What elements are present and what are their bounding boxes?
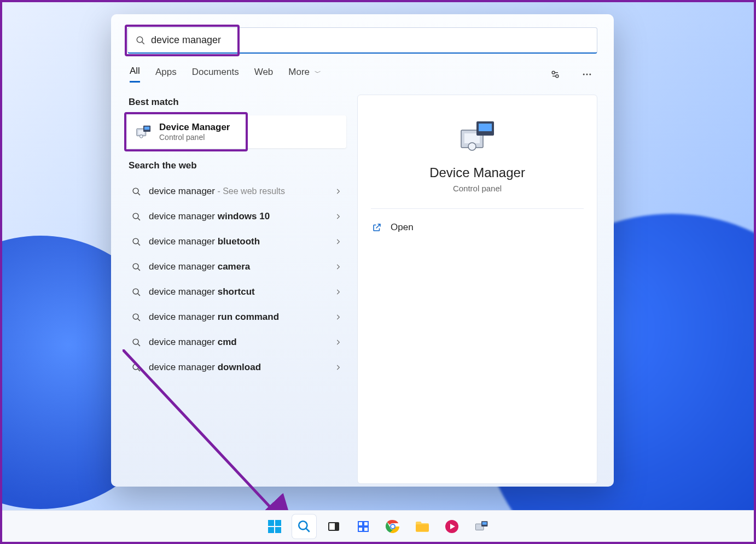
best-match-title: Device Manager — [159, 122, 230, 133]
open-action[interactable]: Open — [371, 219, 415, 236]
web-result-label: device manager windows 10 — [149, 211, 327, 222]
svg-point-18 — [133, 264, 138, 269]
svg-point-4 — [583, 73, 585, 75]
search-icon — [136, 36, 146, 45]
svg-point-20 — [133, 289, 138, 294]
open-external-icon — [372, 223, 382, 232]
chevron-right-icon — [334, 213, 342, 220]
svg-rect-45 — [358, 527, 363, 531]
svg-line-17 — [138, 243, 140, 245]
web-result-label: device manager - See web results — [149, 186, 327, 197]
tab-apps[interactable]: Apps — [155, 67, 177, 82]
search-icon — [132, 338, 141, 347]
web-result-label: device manager shortcut — [149, 286, 327, 297]
search-icon — [132, 237, 141, 247]
start-search-window: All Apps Documents Web More ﹀ Best match — [111, 14, 614, 487]
svg-line-15 — [138, 218, 140, 220]
svg-line-25 — [138, 343, 140, 346]
svg-line-1 — [142, 42, 144, 44]
taskbar-app-button[interactable] — [440, 514, 464, 539]
svg-point-26 — [133, 364, 138, 370]
svg-point-0 — [137, 37, 143, 43]
search-icon — [132, 363, 141, 372]
results-column: Best match Device Manager Control panel — [127, 95, 346, 484]
search-box[interactable] — [127, 27, 597, 54]
device-manager-icon — [135, 124, 152, 140]
svg-point-3 — [556, 74, 559, 77]
web-result-item[interactable]: device manager windows 10 — [127, 204, 346, 229]
chevron-right-icon — [334, 364, 342, 371]
svg-line-23 — [138, 318, 140, 320]
search-icon — [132, 262, 141, 272]
svg-rect-43 — [358, 522, 363, 526]
taskbar-widgets-button[interactable] — [351, 514, 375, 539]
device-manager-icon — [458, 119, 497, 153]
svg-point-22 — [133, 314, 138, 319]
taskbar — [2, 510, 754, 542]
open-label: Open — [391, 222, 414, 233]
web-result-label: device manager download — [149, 362, 327, 373]
more-options-icon[interactable] — [579, 66, 595, 83]
tab-web[interactable]: Web — [254, 67, 274, 82]
svg-rect-35 — [268, 520, 274, 526]
search-icon — [132, 187, 141, 196]
tab-all[interactable]: All — [130, 66, 140, 83]
svg-rect-10 — [144, 127, 149, 130]
search-input[interactable] — [151, 34, 589, 46]
chevron-right-icon — [334, 338, 342, 346]
tab-more[interactable]: More ﹀ — [288, 67, 321, 82]
web-result-label: device manager camera — [149, 261, 327, 272]
chevron-right-icon — [334, 238, 342, 245]
svg-rect-44 — [364, 522, 368, 526]
best-match-subtitle: Control panel — [159, 133, 230, 142]
web-result-item[interactable]: device manager camera — [127, 254, 346, 279]
taskbar-search-button[interactable] — [292, 514, 316, 539]
web-result-label: device manager bluetooth — [149, 236, 327, 247]
web-result-item[interactable]: device manager run command — [127, 305, 346, 330]
svg-point-24 — [133, 339, 138, 344]
taskbar-device-manager-button[interactable] — [469, 514, 493, 539]
account-switch-icon[interactable] — [547, 66, 563, 83]
svg-point-32 — [468, 143, 476, 150]
svg-rect-42 — [329, 523, 335, 530]
svg-rect-38 — [275, 527, 281, 533]
svg-point-16 — [133, 238, 138, 244]
svg-point-5 — [586, 73, 588, 75]
tab-more-label: More — [288, 67, 310, 77]
search-icon — [132, 212, 141, 221]
chevron-down-icon: ﹀ — [315, 69, 321, 77]
web-result-item[interactable]: device manager bluetooth — [127, 229, 346, 254]
web-result-item[interactable]: device manager - See web results — [127, 179, 346, 204]
svg-point-39 — [299, 521, 307, 529]
web-result-item[interactable]: device manager shortcut — [127, 279, 346, 305]
svg-rect-55 — [482, 522, 487, 524]
svg-rect-50 — [416, 524, 429, 531]
web-result-label: device manager run command — [149, 312, 327, 323]
svg-line-21 — [138, 293, 140, 295]
taskbar-taskview-button[interactable] — [322, 514, 346, 539]
search-icon — [132, 313, 141, 322]
svg-point-49 — [391, 525, 394, 528]
tab-documents[interactable]: Documents — [192, 67, 239, 82]
svg-rect-37 — [268, 527, 274, 533]
svg-rect-36 — [275, 520, 281, 526]
svg-point-12 — [133, 188, 138, 194]
web-result-item[interactable]: device manager download — [127, 355, 346, 380]
web-results-list: device manager - See web resultsdevice m… — [127, 179, 346, 380]
web-result-label: device manager cmd — [149, 337, 327, 348]
svg-line-19 — [138, 268, 140, 270]
divider — [371, 208, 584, 209]
chevron-right-icon — [334, 263, 342, 271]
chevron-right-icon — [334, 288, 342, 296]
best-match-heading: Best match — [129, 97, 346, 108]
svg-line-27 — [138, 368, 140, 371]
taskbar-chrome-button[interactable] — [381, 514, 405, 539]
best-match-result[interactable]: Device Manager Control panel — [127, 115, 346, 148]
search-web-heading: Search the web — [129, 160, 346, 171]
taskbar-explorer-button[interactable] — [410, 514, 434, 539]
svg-point-6 — [589, 73, 591, 75]
search-icon — [132, 288, 141, 297]
web-result-item[interactable]: device manager cmd — [127, 330, 346, 355]
svg-line-13 — [138, 192, 140, 195]
taskbar-start-button[interactable] — [263, 514, 287, 539]
